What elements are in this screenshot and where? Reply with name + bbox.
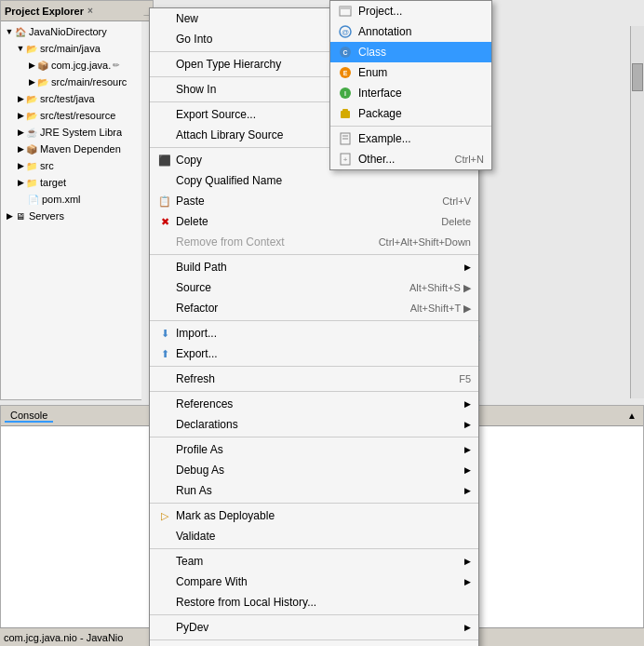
menu-item-import[interactable]: ⬇ Import... bbox=[150, 323, 478, 343]
tree-label: Servers bbox=[29, 210, 64, 222]
svg-text:C: C bbox=[342, 49, 347, 56]
panel-header: Project Explorer × _ bbox=[1, 1, 153, 21]
menu-item-restore-local[interactable]: Restore from Local History... bbox=[150, 592, 478, 612]
submenu-item-other[interactable]: + Other... Ctrl+N bbox=[330, 149, 491, 169]
copy-qual-icon bbox=[157, 173, 172, 188]
menu-item-declarations[interactable]: Declarations ▶ bbox=[150, 414, 478, 435]
menu-label-remove-from-context: Remove from Context bbox=[176, 236, 360, 249]
tree-arrow: ▶ bbox=[16, 178, 25, 187]
scroll-up-btn[interactable]: ▲ bbox=[624, 410, 639, 422]
tree-label: com.jcg.java. bbox=[51, 60, 111, 71]
shortcut-delete: Delete bbox=[441, 216, 471, 227]
restore-icon bbox=[157, 595, 172, 610]
menu-item-export[interactable]: ⬆ Export... bbox=[150, 343, 478, 364]
separator-11 bbox=[150, 548, 478, 549]
run-arrow: ▶ bbox=[464, 486, 471, 495]
console-tab[interactable]: Console bbox=[5, 410, 53, 423]
separator-13 bbox=[150, 639, 478, 640]
tree-item-target[interactable]: ▶ 📁 target bbox=[3, 174, 151, 191]
menu-item-pydev[interactable]: PyDev ▶ bbox=[150, 617, 478, 638]
submenu-item-package[interactable]: Package bbox=[330, 103, 491, 124]
menu-item-copy-qualified-name[interactable]: Copy Qualified Name bbox=[150, 170, 478, 191]
svg-rect-11 bbox=[342, 109, 348, 112]
menu-label-validate: Validate bbox=[176, 530, 471, 543]
panel-title: Project Explorer bbox=[5, 6, 84, 17]
tree-item-jre[interactable]: ▶ ☕ JRE System Libra bbox=[3, 124, 151, 141]
package-icon bbox=[338, 106, 353, 121]
dependency-icon: 📦 bbox=[25, 142, 38, 155]
menu-label-paste: Paste bbox=[176, 195, 423, 208]
references-icon bbox=[157, 397, 172, 411]
menu-item-run-as[interactable]: Run As ▶ bbox=[150, 480, 478, 501]
tree-item-src[interactable]: ▶ 📁 src bbox=[3, 157, 151, 174]
submenu-label-interface: Interface bbox=[358, 87, 484, 100]
menu-label-declarations: Declarations bbox=[176, 418, 461, 431]
menu-item-profile-as[interactable]: Profile As ▶ bbox=[150, 439, 478, 460]
tree-item-src-test-res[interactable]: ▶ 📂 src/test/resource bbox=[3, 107, 151, 124]
tree-item-src-main-java[interactable]: ▼ 📂 src/main/java bbox=[3, 40, 151, 57]
menu-item-refactor[interactable]: Refactor Alt+Shift+T ▶ bbox=[150, 298, 478, 318]
remove-context-icon bbox=[157, 235, 172, 249]
menu-item-compare-with[interactable]: Compare With ▶ bbox=[150, 572, 478, 592]
menu-item-team[interactable]: Team ▶ bbox=[150, 551, 478, 572]
menu-item-remove-from-context[interactable]: Remove from Context Ctrl+Alt+Shift+Down bbox=[150, 232, 478, 252]
menu-item-validate[interactable]: Validate bbox=[150, 526, 478, 546]
menu-label-refactor: Refactor bbox=[176, 302, 392, 315]
tree-item-pom[interactable]: 📄 pom.xml bbox=[3, 191, 151, 208]
folder-icon: 📂 bbox=[25, 92, 38, 105]
submenu-item-class[interactable]: C Class bbox=[330, 42, 491, 62]
tree-item-root[interactable]: ▼ 🏠 JavaNioDirectory bbox=[3, 23, 151, 40]
team-arrow: ▶ bbox=[464, 557, 471, 566]
menu-item-paste[interactable]: 📋 Paste Ctrl+V bbox=[150, 191, 478, 211]
folder-icon: 📁 bbox=[25, 176, 38, 189]
menu-item-properties[interactable]: Properties Alt+Enter bbox=[150, 642, 478, 646]
library-icon: ☕ bbox=[25, 126, 38, 139]
submenu-item-annotation[interactable]: @ Annotation bbox=[330, 21, 491, 42]
tree-arrow: ▶ bbox=[16, 161, 25, 170]
tree-item-src-main-res[interactable]: ▶ 📂 src/main/resourc bbox=[3, 74, 151, 90]
tree-item-src-test-java[interactable]: ▶ 📂 src/test/java bbox=[3, 90, 151, 107]
separator-10 bbox=[150, 503, 478, 504]
refactor-icon bbox=[157, 301, 172, 316]
menu-item-delete[interactable]: ✖ Delete Delete bbox=[150, 211, 478, 232]
package-icon: 📦 bbox=[36, 59, 49, 72]
enum-icon: E bbox=[338, 65, 353, 80]
status-text: com.jcg.java.nio - JavaNio bbox=[4, 632, 123, 643]
submenu-item-example[interactable]: Example... bbox=[330, 128, 491, 149]
debug-arrow: ▶ bbox=[464, 465, 471, 475]
menu-item-refresh[interactable]: Refresh F5 bbox=[150, 369, 478, 389]
run-icon bbox=[157, 483, 172, 498]
submenu-label-package: Package bbox=[358, 107, 484, 120]
tree-item-servers[interactable]: ▶ 🖥 Servers bbox=[3, 208, 151, 224]
tree-label: Maven Dependen bbox=[40, 143, 121, 155]
pydev-icon bbox=[157, 620, 172, 635]
compare-icon bbox=[157, 574, 172, 589]
shortcut-source: Alt+Shift+S ▶ bbox=[409, 282, 471, 294]
scroll-thumb[interactable] bbox=[632, 63, 643, 91]
submenu-label-enum: Enum bbox=[358, 66, 484, 79]
submenu-label-annotation: Annotation bbox=[358, 25, 484, 38]
submenu-item-enum[interactable]: E Enum bbox=[330, 62, 491, 83]
new-submenu: Project... @ Annotation C Class E Enum bbox=[329, 0, 492, 170]
tree-label: src bbox=[40, 160, 54, 171]
svg-rect-1 bbox=[340, 7, 351, 9]
menu-label-team: Team bbox=[176, 555, 461, 568]
menu-item-mark-deployable[interactable]: ▷ Mark as Deployable bbox=[150, 505, 478, 526]
tree-arrow: ▼ bbox=[16, 44, 25, 53]
declarations-icon bbox=[157, 417, 172, 432]
menu-item-build-path[interactable]: Build Path ▶ bbox=[150, 257, 478, 277]
tree-item-com-jcg[interactable]: ▶ 📦 com.jcg.java. ✏ bbox=[3, 57, 151, 74]
tree-arrow: ▶ bbox=[27, 61, 36, 70]
submenu-item-interface[interactable]: I Interface bbox=[330, 83, 491, 103]
right-scrollbar[interactable] bbox=[630, 26, 644, 398]
shortcut-paste: Ctrl+V bbox=[442, 195, 471, 207]
menu-label-run-as: Run As bbox=[176, 484, 461, 497]
menu-label-export: Export... bbox=[176, 347, 471, 360]
submenu-item-project[interactable]: Project... bbox=[330, 1, 491, 21]
menu-item-source[interactable]: Source Alt+Shift+S ▶ bbox=[150, 277, 478, 298]
tree-item-maven[interactable]: ▶ 📦 Maven Dependen bbox=[3, 141, 151, 157]
menu-item-references[interactable]: References ▶ bbox=[150, 394, 478, 414]
menu-item-debug-as[interactable]: Debug As ▶ bbox=[150, 460, 478, 480]
svg-text:@: @ bbox=[342, 28, 349, 36]
file-icon: 📄 bbox=[27, 193, 40, 206]
